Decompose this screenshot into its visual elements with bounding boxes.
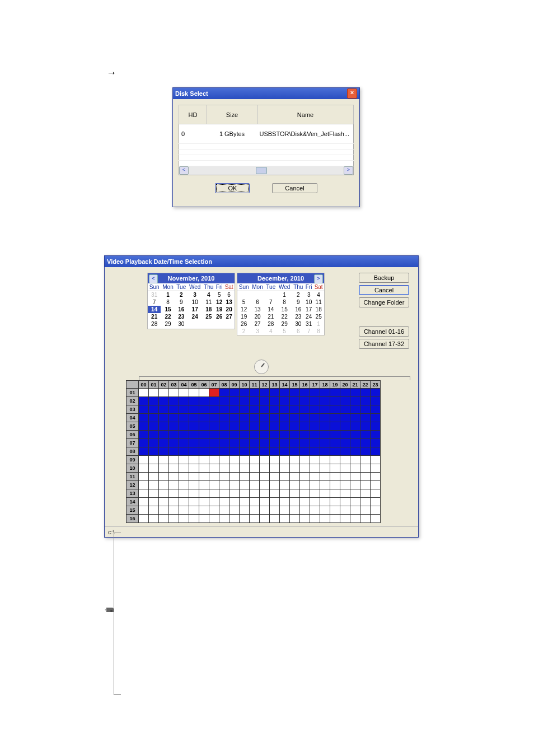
grid-cell[interactable] (320, 414, 330, 422)
calendar-day[interactable] (223, 328, 235, 329)
grid-cell[interactable] (360, 405, 371, 414)
grid-cell[interactable] (169, 397, 179, 405)
grid-cell[interactable] (199, 422, 209, 431)
grid-cell[interactable] (260, 498, 270, 506)
grid-cell[interactable] (290, 397, 300, 405)
calendar-day[interactable] (250, 291, 264, 299)
grid-cell[interactable] (360, 489, 371, 498)
calendar-day[interactable]: 23 (175, 313, 188, 320)
channel-header[interactable]: 01 (127, 389, 139, 397)
grid-cell[interactable] (159, 414, 169, 422)
calendar-day[interactable]: 29 (161, 320, 175, 328)
grid-cell[interactable] (280, 447, 290, 456)
calendar-day[interactable]: 22 (277, 313, 292, 320)
grid-cell[interactable] (159, 515, 169, 523)
hour-header[interactable]: 06 (199, 381, 209, 389)
channel-01-16-button[interactable]: Channel 01-16 (359, 326, 409, 337)
grid-cell[interactable] (139, 431, 149, 439)
grid-cell[interactable] (350, 397, 360, 405)
grid-cell[interactable] (280, 506, 290, 515)
grid-cell[interactable] (360, 397, 371, 405)
channel-header[interactable]: 15 (127, 506, 139, 515)
grid-cell[interactable] (149, 464, 159, 473)
hour-header[interactable]: 21 (350, 381, 360, 389)
grid-cell[interactable] (270, 389, 280, 397)
grid-cell[interactable] (340, 481, 350, 489)
grid-cell[interactable] (340, 498, 350, 506)
grid-cell[interactable] (189, 498, 199, 506)
grid-cell[interactable] (300, 489, 310, 498)
grid-cell[interactable] (340, 405, 350, 414)
grid-cell[interactable] (320, 464, 330, 473)
grid-cell[interactable] (350, 498, 360, 506)
grid-cell[interactable] (300, 473, 310, 481)
grid-cell[interactable] (179, 464, 189, 473)
grid-cell[interactable] (159, 447, 169, 456)
grid-cell[interactable] (219, 397, 229, 405)
grid-cell[interactable] (149, 439, 159, 447)
calendar-day[interactable]: 27 (223, 313, 235, 320)
grid-cell[interactable] (320, 481, 330, 489)
grid-cell[interactable] (300, 498, 310, 506)
calendar-day[interactable]: 6 (250, 298, 264, 306)
grid-cell[interactable] (139, 414, 149, 422)
cancel-button[interactable]: Cancel (359, 285, 409, 295)
grid-cell[interactable] (240, 481, 250, 489)
calendar-day[interactable]: 14 (265, 306, 277, 313)
hour-header[interactable]: 13 (270, 381, 280, 389)
calendar-day[interactable]: 24 (305, 313, 313, 320)
grid-cell[interactable] (350, 464, 360, 473)
channel-17-32-button[interactable]: Channel 17-32 (359, 339, 409, 349)
grid-cell[interactable] (179, 489, 189, 498)
scroll-left-icon[interactable]: < (179, 166, 189, 175)
calendar-day[interactable]: 5 (277, 328, 292, 335)
grid-cell[interactable] (290, 447, 300, 456)
channel-header[interactable]: 06 (127, 431, 139, 439)
channel-header[interactable]: 16 (127, 515, 139, 523)
grid-cell[interactable] (360, 473, 371, 481)
grid-cell[interactable] (270, 481, 280, 489)
grid-cell[interactable] (149, 422, 159, 431)
grid-cell[interactable] (209, 481, 219, 489)
grid-cell[interactable] (360, 414, 371, 422)
grid-cell[interactable] (340, 473, 350, 481)
grid-cell[interactable] (330, 515, 340, 523)
grid-cell[interactable] (371, 473, 381, 481)
grid-cell[interactable] (149, 498, 159, 506)
grid-cell[interactable] (250, 431, 260, 439)
calendar-day[interactable]: 9 (175, 298, 188, 306)
grid-cell[interactable] (179, 498, 189, 506)
grid-cell[interactable] (280, 464, 290, 473)
grid-cell[interactable] (159, 464, 169, 473)
grid-cell[interactable] (290, 489, 300, 498)
calendar-day[interactable]: 26 (215, 313, 223, 320)
grid-cell[interactable] (139, 498, 149, 506)
grid-cell[interactable] (300, 397, 310, 405)
grid-cell[interactable] (139, 515, 149, 523)
hour-header[interactable]: 07 (209, 381, 219, 389)
grid-cell[interactable] (219, 389, 229, 397)
grid-cell[interactable] (189, 431, 199, 439)
grid-cell[interactable] (270, 439, 280, 447)
channel-header[interactable]: 02 (127, 397, 139, 405)
grid-cell[interactable] (189, 506, 199, 515)
grid-cell[interactable] (189, 439, 199, 447)
grid-cell[interactable] (139, 473, 149, 481)
grid-cell[interactable] (371, 464, 381, 473)
calendar-day[interactable]: 18 (202, 306, 215, 313)
calendar-day[interactable] (202, 320, 215, 328)
calendar-day[interactable]: 20 (223, 306, 235, 313)
grid-cell[interactable] (300, 447, 310, 456)
grid-cell[interactable] (330, 506, 340, 515)
grid-cell[interactable] (371, 456, 381, 464)
scroll-thumb[interactable] (256, 167, 267, 174)
grid-cell[interactable] (350, 422, 360, 431)
grid-cell[interactable] (250, 389, 260, 397)
grid-cell[interactable] (229, 489, 240, 498)
hour-header[interactable]: 11 (250, 381, 260, 389)
grid-cell[interactable] (340, 389, 350, 397)
grid-cell[interactable] (159, 439, 169, 447)
calendar-day[interactable]: 3 (305, 291, 313, 299)
grid-cell[interactable] (179, 506, 189, 515)
calendar-day[interactable]: 6 (223, 291, 235, 299)
